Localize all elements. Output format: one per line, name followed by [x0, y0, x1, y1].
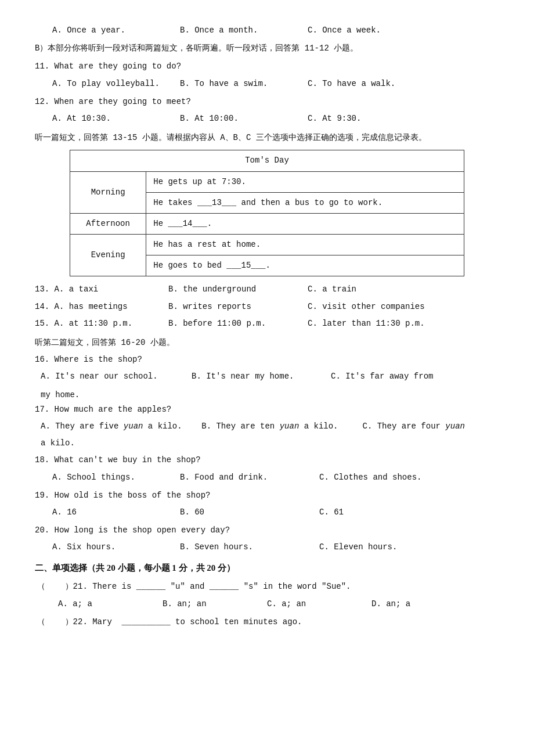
q22-row: （ ）22. Mary __________ to school ten min… [35, 615, 499, 629]
q18-option-a: A. School things. [52, 470, 180, 485]
q17-option-a: A. They are five yuan a kilo. B. They ar… [41, 422, 465, 431]
toms-day-table: Tom's Day Morning He gets up at 7:30. He… [70, 150, 464, 276]
q16-option-c: C. It's far away from [331, 369, 433, 384]
q21-option-a: A. a; a [58, 597, 163, 611]
q19-options: A. 16 B. 60 C. 61 [35, 505, 499, 520]
q11-option-c: C. To have a walk. [308, 77, 435, 91]
q12-option-b: B. At 10:00. [180, 111, 308, 126]
q21-options: A. a; a B. an; an C. a; an D. an; a [35, 597, 499, 611]
q19-option-b: B. 60 [180, 505, 319, 520]
q15-row: 15. A. at 11:30 p.m. B. before 11:00 p.m… [35, 316, 499, 331]
q14-row: 14. A. has meetings B. writes reports C.… [35, 300, 499, 314]
q10-options: A. Once a year. B. Once a month. C. Once… [35, 23, 499, 38]
q16-option-c-cont: my home. [35, 388, 499, 402]
q18-text: 18. What can't we buy in the shop? [35, 453, 499, 467]
afternoon-row1: He ___14___. [146, 213, 464, 234]
q10-option-c: C. Once a week. [308, 23, 435, 38]
q11-option-a: A. To play volleyball. [52, 77, 180, 91]
section2-header: 二、单项选择（共 20 小题，每小题 1 分，共 20 分） [35, 560, 499, 576]
q21-option-b: B. an; an [163, 597, 267, 611]
q16-text: 16. Where is the shop? [35, 352, 499, 367]
q19-option-c: C. 61 [319, 505, 344, 520]
q15-option-c: C. later than 11:30 p.m. [308, 316, 425, 331]
q14-option-b: B. writes reports [168, 300, 308, 314]
q15-option-b: B. before 11:00 p.m. [168, 316, 308, 331]
morning-label: Morning [70, 171, 146, 213]
q22-text: （ ）22. Mary __________ to school ten min… [37, 617, 302, 627]
q18-option-c: C. Clothes and shoes. [319, 470, 421, 485]
q19-option-a: A. 16 [52, 505, 180, 520]
morning-row1: He gets up at 7:30. [146, 171, 464, 192]
q19-text: 19. How old is the boss of the shop? [35, 488, 499, 503]
q11-options: A. To play volleyball. B. To have a swim… [35, 77, 499, 91]
q15-option-a: 15. A. at 11:30 p.m. [35, 316, 168, 331]
q21-option-d: D. an; a [371, 597, 410, 611]
q10-option-b: B. Once a month. [180, 23, 308, 38]
q18-options: A. School things. B. Food and drink. C. … [35, 470, 499, 485]
q20-text: 20. How long is the shop open every day? [35, 523, 499, 538]
q13-option-b: B. the underground [168, 282, 308, 297]
q20-options: A. Six hours. B. Seven hours. C. Eleven … [35, 540, 499, 555]
morning-row2: He takes ___13___ and then a bus to go t… [146, 192, 464, 213]
q18-option-b: B. Food and drink. [180, 470, 319, 485]
q12-option-c: C. At 9:30. [308, 111, 435, 126]
table-title: Tom's Day [70, 150, 464, 171]
part-b-header: B）本部分你将听到一段对话和两篇短文，各听两遍。听一段对话，回答第 11-12 … [35, 41, 499, 56]
evening-row2: He goes to bed ___15___. [146, 255, 464, 276]
q17-text: 17. How much are the apples? [35, 402, 499, 417]
q14-option-a: 14. A. has meetings [35, 300, 168, 314]
q12-text: 12. When are they going to meet? [35, 95, 499, 109]
q20-option-a: A. Six hours. [52, 540, 180, 555]
evening-label: Evening [70, 235, 146, 276]
q12-option-a: A. At 10:30. [52, 111, 180, 126]
q12-options: A. At 10:30. B. At 10:00. C. At 9:30. [35, 111, 499, 126]
second-passage-header: 听第二篇短文，回答第 16-20 小题。 [35, 336, 499, 350]
q10-option-a: A. Once a year. [52, 23, 180, 38]
q21-row: （ ）21. There is ______ "u" and ______ "s… [35, 579, 499, 594]
q13-option-c: C. a train [308, 282, 356, 297]
q20-option-b: B. Seven hours. [180, 540, 319, 555]
q13-row: 13. A. a taxi B. the underground C. a tr… [35, 282, 499, 297]
evening-row1: He has a rest at home. [146, 235, 464, 255]
table-intro: 听一篇短文，回答第 13-15 小题。请根据内容从 A、B、C 三个选项中选择正… [35, 129, 499, 145]
q14-option-c: C. visit other companies [308, 300, 425, 314]
q21-prefix: （ ）21. There is ______ "u" and ______ "s… [37, 582, 351, 591]
q17-options: A. They are five yuan a kilo. B. They ar… [35, 419, 499, 434]
q21-option-c: C. a; an [267, 597, 371, 611]
q16-option-b: B. It's near my home. [192, 369, 331, 384]
q11-text: 11. What are they going to do? [35, 59, 499, 74]
q16-options: A. It's near our school. B. It's near my… [35, 369, 499, 384]
q17-option-c-cont: a kilo. [35, 436, 499, 451]
q11-option-b: B. To have a swim. [180, 77, 308, 91]
q16-option-a: A. It's near our school. [41, 369, 192, 384]
afternoon-label: Afternoon [70, 213, 146, 234]
q13-option-a: 13. A. a taxi [35, 282, 168, 297]
q20-option-c: C. Eleven hours. [319, 540, 397, 555]
